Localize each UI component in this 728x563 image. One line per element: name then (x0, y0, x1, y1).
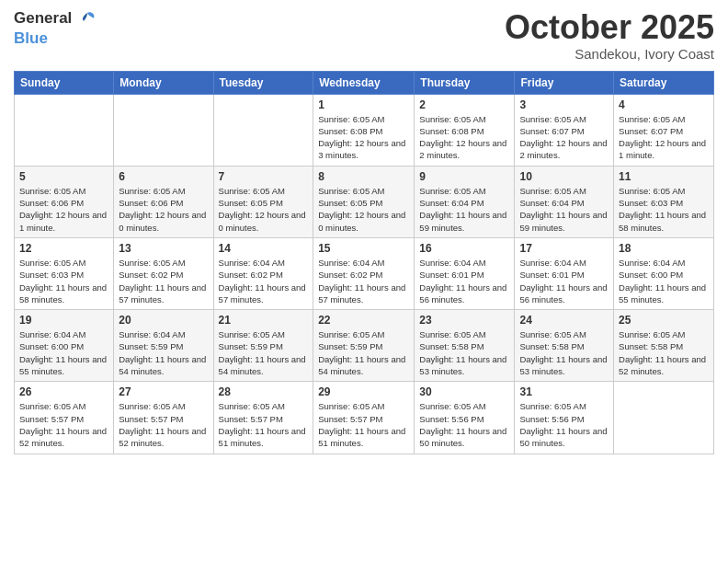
day-number: 18 (619, 242, 709, 255)
day-info: Sunrise: 6:05 AM Sunset: 6:06 PM Dayligh… (119, 185, 208, 234)
day-number: 21 (219, 314, 309, 327)
calendar-cell: 7Sunrise: 6:05 AM Sunset: 6:05 PM Daylig… (213, 166, 313, 237)
calendar-cell: 6Sunrise: 6:05 AM Sunset: 6:06 PM Daylig… (114, 166, 213, 237)
calendar-cell: 3Sunrise: 6:05 AM Sunset: 6:07 PM Daylig… (515, 94, 614, 166)
day-info: Sunrise: 6:04 AM Sunset: 6:00 PM Dayligh… (619, 257, 709, 305)
day-info: Sunrise: 6:05 AM Sunset: 5:57 PM Dayligh… (19, 400, 108, 449)
day-number: 8 (318, 170, 409, 183)
day-info: Sunrise: 6:05 AM Sunset: 6:03 PM Dayligh… (619, 185, 709, 234)
calendar-cell: 24Sunrise: 6:05 AM Sunset: 5:58 PM Dayli… (515, 310, 614, 382)
calendar-cell: 25Sunrise: 6:05 AM Sunset: 5:58 PM Dayli… (614, 310, 714, 382)
day-number: 7 (219, 170, 309, 183)
day-number: 27 (119, 385, 208, 398)
calendar-cell: 28Sunrise: 6:05 AM Sunset: 5:57 PM Dayli… (213, 382, 313, 454)
calendar-week-row: 1Sunrise: 6:05 AM Sunset: 6:08 PM Daylig… (15, 94, 714, 166)
calendar: Sunday Monday Tuesday Wednesday Thursday… (14, 71, 714, 454)
day-number: 23 (419, 314, 509, 327)
day-number: 19 (19, 314, 108, 327)
day-number: 12 (19, 242, 108, 255)
calendar-cell: 29Sunrise: 6:05 AM Sunset: 5:57 PM Dayli… (313, 382, 415, 454)
calendar-cell: 10Sunrise: 6:05 AM Sunset: 6:04 PM Dayli… (515, 166, 614, 237)
logo-general: General (14, 9, 72, 27)
calendar-header-row: Sunday Monday Tuesday Wednesday Thursday… (15, 71, 714, 94)
calendar-cell: 27Sunrise: 6:05 AM Sunset: 5:57 PM Dayli… (114, 382, 213, 454)
calendar-cell: 20Sunrise: 6:04 AM Sunset: 5:59 PM Dayli… (114, 310, 213, 382)
calendar-cell: 8Sunrise: 6:05 AM Sunset: 6:05 PM Daylig… (313, 166, 415, 237)
day-info: Sunrise: 6:05 AM Sunset: 5:59 PM Dayligh… (219, 328, 309, 377)
calendar-cell: 13Sunrise: 6:05 AM Sunset: 6:02 PM Dayli… (114, 237, 213, 309)
day-info: Sunrise: 6:04 AM Sunset: 6:02 PM Dayligh… (219, 257, 309, 305)
calendar-cell: 18Sunrise: 6:04 AM Sunset: 6:00 PM Dayli… (614, 237, 714, 309)
calendar-week-row: 5Sunrise: 6:05 AM Sunset: 6:06 PM Daylig… (15, 166, 714, 237)
day-number: 1 (318, 98, 409, 111)
day-number: 17 (519, 242, 609, 255)
calendar-cell: 11Sunrise: 6:05 AM Sunset: 6:03 PM Dayli… (614, 166, 714, 237)
day-info: Sunrise: 6:04 AM Sunset: 6:02 PM Dayligh… (318, 257, 409, 305)
day-info: Sunrise: 6:05 AM Sunset: 6:07 PM Dayligh… (519, 113, 609, 162)
calendar-cell: 17Sunrise: 6:04 AM Sunset: 6:01 PM Dayli… (515, 237, 614, 309)
day-number: 20 (119, 314, 208, 327)
day-number: 13 (119, 242, 208, 255)
calendar-cell: 23Sunrise: 6:05 AM Sunset: 5:58 PM Dayli… (415, 310, 515, 382)
day-number: 24 (519, 314, 609, 327)
day-info: Sunrise: 6:04 AM Sunset: 6:01 PM Dayligh… (519, 257, 609, 305)
calendar-cell: 26Sunrise: 6:05 AM Sunset: 5:57 PM Dayli… (15, 382, 114, 454)
day-number: 11 (619, 170, 709, 183)
day-info: Sunrise: 6:05 AM Sunset: 6:08 PM Dayligh… (419, 113, 509, 162)
day-number: 28 (219, 385, 309, 398)
location: Sandekou, Ivory Coast (505, 46, 714, 62)
day-info: Sunrise: 6:04 AM Sunset: 5:59 PM Dayligh… (119, 328, 208, 377)
col-saturday: Saturday (614, 71, 714, 94)
calendar-cell: 16Sunrise: 6:04 AM Sunset: 6:01 PM Dayli… (415, 237, 515, 309)
day-number: 25 (619, 314, 709, 327)
day-number: 26 (19, 385, 108, 398)
calendar-cell: 14Sunrise: 6:04 AM Sunset: 6:02 PM Dayli… (213, 237, 313, 309)
col-tuesday: Tuesday (213, 71, 313, 94)
col-wednesday: Wednesday (313, 71, 415, 94)
day-info: Sunrise: 6:05 AM Sunset: 5:57 PM Dayligh… (119, 400, 208, 449)
day-number: 2 (419, 98, 509, 111)
calendar-cell: 1Sunrise: 6:05 AM Sunset: 6:08 PM Daylig… (313, 94, 415, 166)
day-info: Sunrise: 6:05 AM Sunset: 6:02 PM Dayligh… (119, 257, 208, 305)
day-info: Sunrise: 6:05 AM Sunset: 5:57 PM Dayligh… (219, 400, 309, 449)
logo: General Blue (14, 9, 98, 48)
calendar-cell (213, 94, 313, 166)
day-info: Sunrise: 6:05 AM Sunset: 6:05 PM Dayligh… (318, 185, 409, 234)
col-sunday: Sunday (15, 71, 114, 94)
day-info: Sunrise: 6:05 AM Sunset: 5:58 PM Dayligh… (519, 328, 609, 377)
calendar-week-row: 19Sunrise: 6:04 AM Sunset: 6:00 PM Dayli… (15, 310, 714, 382)
month-title: October 2025 (505, 9, 714, 46)
page: General Blue October 2025 Sandekou, Ivor… (0, 0, 728, 563)
day-info: Sunrise: 6:05 AM Sunset: 5:58 PM Dayligh… (619, 328, 709, 377)
calendar-cell: 21Sunrise: 6:05 AM Sunset: 5:59 PM Dayli… (213, 310, 313, 382)
day-number: 10 (519, 170, 609, 183)
calendar-cell: 5Sunrise: 6:05 AM Sunset: 6:06 PM Daylig… (15, 166, 114, 237)
calendar-cell (614, 382, 714, 454)
logo-bird-icon (77, 9, 97, 29)
day-info: Sunrise: 6:05 AM Sunset: 5:57 PM Dayligh… (318, 400, 409, 449)
day-number: 4 (619, 98, 709, 111)
day-info: Sunrise: 6:05 AM Sunset: 6:07 PM Dayligh… (619, 113, 709, 162)
day-number: 3 (519, 98, 609, 111)
day-number: 5 (19, 170, 108, 183)
day-number: 15 (318, 242, 409, 255)
day-number: 31 (519, 385, 609, 398)
day-info: Sunrise: 6:05 AM Sunset: 5:58 PM Dayligh… (419, 328, 509, 377)
col-friday: Friday (515, 71, 614, 94)
day-number: 16 (419, 242, 509, 255)
calendar-cell: 15Sunrise: 6:04 AM Sunset: 6:02 PM Dayli… (313, 237, 415, 309)
calendar-cell: 2Sunrise: 6:05 AM Sunset: 6:08 PM Daylig… (415, 94, 515, 166)
day-number: 6 (119, 170, 208, 183)
logo-text: General Blue (14, 9, 98, 48)
col-monday: Monday (114, 71, 213, 94)
calendar-week-row: 12Sunrise: 6:05 AM Sunset: 6:03 PM Dayli… (15, 237, 714, 309)
title-block: October 2025 Sandekou, Ivory Coast (505, 9, 714, 62)
logo-blue: Blue (14, 29, 48, 47)
day-number: 29 (318, 385, 409, 398)
calendar-cell (15, 94, 114, 166)
day-info: Sunrise: 6:05 AM Sunset: 5:56 PM Dayligh… (419, 400, 509, 449)
day-info: Sunrise: 6:05 AM Sunset: 5:56 PM Dayligh… (519, 400, 609, 449)
calendar-cell (114, 94, 213, 166)
calendar-week-row: 26Sunrise: 6:05 AM Sunset: 5:57 PM Dayli… (15, 382, 714, 454)
calendar-cell: 12Sunrise: 6:05 AM Sunset: 6:03 PM Dayli… (15, 237, 114, 309)
